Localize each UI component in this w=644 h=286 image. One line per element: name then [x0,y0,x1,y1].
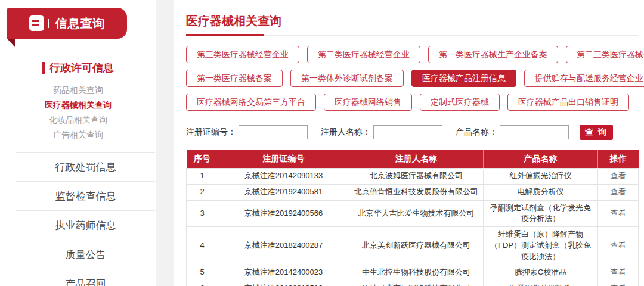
filter-ivd-reagent-record-button[interactable]: 第一类体外诊断试剂备案 [290,70,404,87]
registrant-name-label: 注册人名称： [321,127,371,138]
filter-row-3: 医疗器械网络交易第三方平台 医疗器械网络销售 定制式医疗器械 医疗器械产品出口销… [186,94,638,111]
cell-registrant: 北京波姆医疗器械有限公司 [349,168,484,184]
column-header-product: 产品名称 [484,150,598,168]
cell-registrant: 北京华大吉比爱生物技术有限公司 [349,200,484,227]
title-underline [186,33,638,36]
view-link[interactable]: 查看 [611,241,626,250]
search-button[interactable]: 查 询 [580,125,613,140]
cell-product: 红外偏振光治疗仪 [484,168,598,184]
cell-registration-no: 京械注准20192210513 [218,281,349,286]
sidebar-content: 行政许可信息 药品相关查询 医疗器械相关查询 化妆品相关查询 广告相关查询 行政… [0,0,156,286]
product-name-input[interactable] [500,125,569,139]
cell-registrant: 北京倍肯恒业科技发展股份有限公司 [349,184,484,200]
filter-class3-operators-button[interactable]: 第三类医疗器械经营企业 [186,46,299,63]
filter-class1-manufacturer-record-button[interactable]: 第一类医疗器械生产企业备案 [428,46,558,63]
results-table: 序号 注册证编号 注册人名称 产品名称 操作 1 京械注准20142090133… [186,150,639,286]
sidebar-item-drugs[interactable]: 药品相关查询 [0,83,156,98]
filter-button-group: 第三类医疗器械经营企业 第二类医疗器械经营企业 第一类医疗器械生产企业备案 第二… [186,46,638,111]
filter-third-party-platform-button[interactable]: 医疗器械网络交易第三方平台 [186,94,316,111]
sidebar-divider [16,0,16,286]
sidebar-item-cosmetics[interactable]: 化妆品相关查询 [0,113,156,128]
sidebar-item-quality-notice[interactable]: 质量公告 [16,240,155,269]
cell-registrant: 北京美创新跃医疗器械有限公司 [349,227,484,265]
cell-seq: 5 [187,265,218,281]
sidebar-section-title: 行政许可信息 [49,61,114,75]
table-row: 6 京械注准20192210513 语坤（北京）网络科技有限公司 医学图像处理软… [187,281,639,286]
cell-registration-no: 京械注准20142400023 [218,265,349,281]
column-header-registrant: 注册人名称 [349,150,484,168]
main-content: 医疗器械相关查询 第三类医疗器械经营企业 第二类医疗器械经营企业 第一类医疗器械… [174,0,644,286]
document-lines-icon [29,15,49,31]
sidebar: 信息查询 行政许可信息 药品相关查询 医疗器械相关查询 化妆品相关查询 广告相关… [0,0,156,286]
table-row: 1 京械注准20142090133 北京波姆医疗器械有限公司 红外偏振光治疗仪 … [187,168,639,184]
filter-export-certificate-button[interactable]: 医疗器械产品出口销售证明 [507,94,629,111]
sidebar-header-ribbon: 信息查询 [7,8,127,39]
table-row: 3 京械注准20192400566 北京华大吉比爱生物技术有限公司 孕酮测定试剂… [187,200,639,227]
sidebar-item-medical-devices[interactable]: 医疗器械相关查询 [0,98,156,113]
view-link[interactable]: 查看 [611,284,626,286]
filter-class2-operators-button[interactable]: 第二类医疗器械经营企业 [307,46,420,63]
sidebar-item-product-recall[interactable]: 产品召回 [16,269,155,286]
sidebar-menu: 行政处罚信息 监督检查信息 执业药师信息 质量公告 产品召回 [16,152,155,286]
cell-product: 医学图像处理软件 [484,281,598,286]
filter-class23-manufacturers-button[interactable]: 第二三类医疗器械生产企业 [566,46,644,63]
cell-seq: 6 [187,281,218,286]
sidebar-header-title: 信息查询 [55,15,106,32]
cell-seq: 3 [187,200,218,227]
page-title: 医疗器械相关查询 [186,13,638,29]
filter-class1-device-record-button[interactable]: 第一类医疗器械备案 [186,70,283,87]
sidebar-sub-list: 药品相关查询 医疗器械相关查询 化妆品相关查询 广告相关查询 [0,83,156,142]
cell-registration-no: 京械注准20192400566 [218,200,349,227]
cell-registration-no: 京械注准20192400581 [218,184,349,200]
filter-row-2: 第一类医疗器械备案 第一类体外诊断试剂备案 医疗器械产品注册信息 提供贮存与配送… [186,70,638,87]
sidebar-item-supervision-info[interactable]: 监督检查信息 [16,181,155,210]
red-bar-decoration [42,62,45,74]
filter-online-sales-button[interactable]: 医疗器械网络销售 [324,94,412,111]
filter-custom-devices-button[interactable]: 定制式医疗器械 [420,94,500,111]
filter-product-registration-button[interactable]: 医疗器械产品注册信息 [411,70,516,87]
registrant-name-input[interactable] [373,125,442,139]
table-row: 5 京械注准20142400023 中生北控生物科技股份有限公司 胱抑素C校准品… [187,265,639,281]
cell-seq: 2 [187,184,218,200]
page: 信息查询 行政许可信息 药品相关查询 医疗器械相关查询 化妆品相关查询 广告相关… [0,0,644,286]
cell-product: 纤维蛋白（原）降解产物（FDP）测定试剂盒（乳胶免疫比浊法） [484,227,598,265]
cell-seq: 1 [187,168,218,184]
filter-storage-delivery-button[interactable]: 提供贮存与配送服务经营企业 [524,70,644,87]
cell-registrant: 中生北控生物科技股份有限公司 [349,265,484,281]
view-link[interactable]: 查看 [611,187,626,196]
content-gutter [156,0,174,286]
view-link[interactable]: 查看 [611,171,626,180]
view-link[interactable]: 查看 [611,209,626,217]
sidebar-section-license[interactable]: 行政许可信息 [0,61,156,75]
column-header-action: 操作 [598,150,639,168]
sidebar-item-penalty-info[interactable]: 行政处罚信息 [16,152,155,181]
view-link[interactable]: 查看 [611,268,626,276]
product-name-label: 产品名称： [456,127,497,138]
cell-seq: 4 [187,227,218,265]
sidebar-item-pharmacist-info[interactable]: 执业药师信息 [16,210,155,240]
cell-product: 孕酮测定试剂盒（化学发光免疫分析法） [484,200,598,227]
column-header-seq: 序号 [187,150,218,168]
cell-product: 电解质分析仪 [484,184,598,200]
table-header-row: 序号 注册证编号 注册人名称 产品名称 操作 [187,150,639,168]
filter-row-1: 第三类医疗器械经营企业 第二类医疗器械经营企业 第一类医疗器械生产企业备案 第二… [186,46,638,63]
search-form: 注册证编号： 注册人名称： 产品名称： 查 询 [186,125,638,140]
title-underline-accent [186,34,264,36]
table-row: 4 京械注准20182400287 北京美创新跃医疗器械有限公司 纤维蛋白（原）… [187,227,639,265]
cell-product: 胱抑素C校准品 [484,265,598,281]
cell-registration-no: 京械注准20142090133 [218,168,349,184]
cell-registrant: 语坤（北京）网络科技有限公司 [349,281,484,286]
registration-no-label: 注册证编号： [186,127,236,138]
table-row: 2 京械注准20192400581 北京倍肯恒业科技发展股份有限公司 电解质分析… [187,184,639,200]
column-header-registration-no: 注册证编号 [218,150,349,168]
sidebar-item-advertising[interactable]: 广告相关查询 [0,128,156,142]
cell-registration-no: 京械注准20182400287 [218,227,349,265]
registration-no-input[interactable] [239,125,308,139]
